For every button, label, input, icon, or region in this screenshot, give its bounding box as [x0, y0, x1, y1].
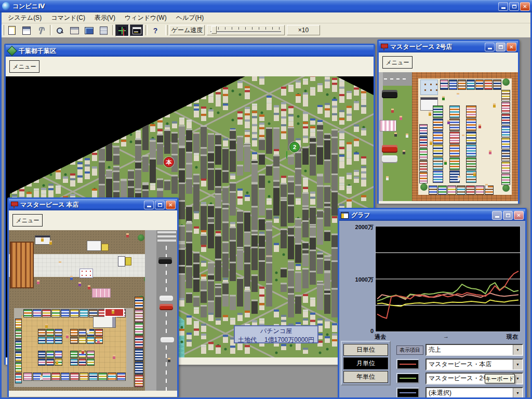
unit-day-button[interactable]: 日単位 — [343, 344, 388, 356]
scene-prop — [51, 373, 60, 381]
store2-close[interactable]: ✕ — [507, 43, 516, 51]
new-file-button[interactable] — [5, 24, 19, 36]
series1-select[interactable]: マスターピース・本店 ▼ — [425, 358, 523, 370]
menu-window[interactable]: ウィンドウ(W) — [120, 12, 171, 23]
slider-ticks — [211, 27, 280, 30]
tools-button[interactable] — [34, 24, 48, 36]
ledger-button[interactable] — [97, 24, 110, 36]
restore-button[interactable] — [509, 2, 519, 11]
scene-prop — [79, 269, 93, 278]
scene-prop — [466, 118, 476, 131]
scene-prop — [15, 329, 22, 340]
minimize-button[interactable] — [498, 2, 508, 11]
scene-prop — [49, 241, 52, 245]
display-item-select[interactable]: 売上 ▼ — [425, 344, 523, 356]
store-view-button[interactable] — [68, 24, 81, 36]
scene-prop — [485, 184, 488, 188]
graph-maximize[interactable] — [503, 211, 513, 220]
store2-canvas[interactable] — [379, 72, 518, 201]
scene-prop — [403, 150, 405, 154]
store-main-canvas[interactable] — [9, 230, 177, 391]
zoom-button[interactable] — [53, 24, 66, 36]
scene-prop — [135, 349, 143, 361]
store-main-minimize[interactable] — [144, 201, 154, 209]
legend-swatch-red — [396, 359, 419, 369]
help-button[interactable]: ? — [149, 24, 162, 36]
scene-prop — [15, 318, 22, 329]
unit-month-button[interactable]: 月単位 — [343, 357, 388, 369]
store2-maximize[interactable] — [496, 43, 506, 51]
scene-prop — [97, 339, 100, 343]
chevron-down-icon[interactable]: ▼ — [513, 388, 522, 398]
scene-prop — [78, 329, 86, 336]
graph-minimize[interactable] — [492, 211, 502, 220]
scene-prop — [391, 109, 394, 113]
scene-prop — [502, 184, 510, 192]
slider-thumb[interactable] — [211, 26, 217, 34]
scene-prop — [135, 362, 143, 374]
scene-prop — [70, 351, 78, 358]
graph-titlebar[interactable]: グラフ ✕ — [339, 209, 525, 221]
scene-prop — [501, 102, 510, 113]
chevron-down-icon[interactable]: ▼ — [513, 360, 522, 369]
store-main-close[interactable]: ✕ — [166, 201, 176, 209]
slider-groove — [210, 31, 281, 32]
scene-prop — [419, 160, 428, 171]
scene-prop — [475, 79, 484, 90]
y-axis-tick-mid: 1000万 — [349, 276, 374, 284]
scene-prop — [70, 373, 79, 381]
scene-prop — [442, 96, 445, 100]
store2-window-icon — [380, 43, 388, 50]
map-menu-button[interactable]: メニュー — [9, 60, 39, 73]
legend-swatch-navy — [396, 388, 419, 398]
store-main-maximize[interactable] — [155, 201, 165, 209]
unit-year-button[interactable]: 年単位 — [343, 371, 388, 383]
scene-prop — [420, 79, 438, 95]
scene-prop — [61, 373, 70, 381]
toolbar-grip[interactable] — [165, 25, 168, 35]
scene-prop — [159, 296, 173, 302]
restore-icon — [512, 5, 516, 8]
scene-prop — [55, 337, 62, 344]
menu-help[interactable]: ヘルプ(H) — [171, 12, 209, 23]
close-button[interactable]: ✕ — [520, 2, 530, 11]
menu-command[interactable]: コマンド(C) — [46, 12, 90, 23]
scene-prop — [70, 329, 78, 336]
store2-menu-button[interactable]: メニュー — [382, 56, 413, 69]
scene-prop — [55, 329, 62, 336]
map-window-titlebar[interactable]: 千葉都千葉区 — [6, 45, 374, 57]
scene-prop — [475, 185, 484, 195]
store2-title: マスターピース 2号店 — [390, 43, 452, 51]
menu-system[interactable]: システム(S) — [3, 12, 46, 23]
scene-prop — [501, 90, 510, 101]
chevron-down-icon[interactable]: ▼ — [513, 345, 522, 355]
save-button[interactable] — [20, 24, 33, 36]
store-main-menu-button[interactable]: メニュー — [12, 214, 43, 227]
graph-window: グラフ ✕ 2000万 1000万 0 過去 → 現在 日単位 月単位 年単位 … — [338, 208, 527, 399]
toolbar-grip[interactable] — [2, 25, 4, 35]
maximize-icon — [499, 45, 503, 49]
scene-prop — [440, 79, 448, 90]
scene-prop — [382, 155, 397, 163]
scene-prop — [159, 304, 173, 310]
map-window-toggle[interactable] — [115, 24, 129, 36]
scene-prop — [502, 78, 510, 86]
tv-button[interactable] — [82, 24, 96, 36]
panel-window-toggle[interactable] — [130, 24, 143, 36]
store-main-titlebar[interactable]: マスターピース 本店 ✕ — [9, 199, 177, 210]
scene-prop — [42, 373, 51, 381]
menu-view[interactable]: 表示(V) — [90, 12, 120, 23]
scene-prop — [88, 285, 90, 289]
map-marker-store2[interactable]: 2 — [289, 142, 300, 152]
scene-prop — [79, 309, 88, 317]
series3-select[interactable]: (未選択) ▼ — [425, 387, 523, 399]
y-axis-tick-zero: 0 — [349, 328, 374, 334]
scene-prop — [15, 351, 22, 362]
store2-minimize[interactable] — [485, 43, 495, 51]
store-icon — [70, 27, 79, 34]
map-marker-main-store[interactable]: 本 — [164, 157, 174, 167]
scene-prop — [501, 150, 510, 161]
graph-close[interactable]: ✕ — [514, 211, 524, 220]
game-speed-slider[interactable] — [207, 25, 285, 35]
store2-titlebar[interactable]: マスターピース 2号店 ✕ — [379, 41, 518, 52]
